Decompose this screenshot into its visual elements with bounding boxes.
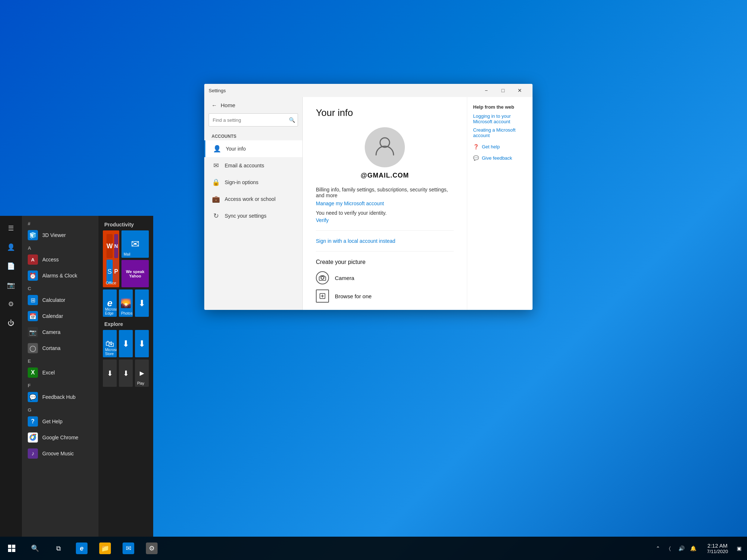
- app-google-chrome[interactable]: Google Chrome: [22, 429, 98, 446]
- app-get-help[interactable]: ? Get Help: [22, 413, 98, 429]
- tile-yahoo[interactable]: We speakYahoo: [121, 260, 149, 287]
- app-3d-viewer[interactable]: 🧊 3D Viewer: [22, 227, 98, 243]
- nav-email-accounts[interactable]: ✉ Email & accounts: [204, 157, 302, 174]
- tile-photos[interactable]: 🌄 Photos: [119, 289, 133, 317]
- office-onenote-icon: N: [114, 234, 118, 258]
- tiles-row-3: 🛍 Microsoft Store ⬇ ⬇: [103, 330, 149, 357]
- tile-app-2[interactable]: ⬇: [119, 359, 133, 387]
- start-button[interactable]: [0, 537, 23, 560]
- task-view-button[interactable]: ⧉: [47, 537, 70, 560]
- documents-icon[interactable]: 📄: [0, 257, 22, 276]
- taskbar-mail[interactable]: ✉: [117, 537, 140, 560]
- work-school-label: Access work or school: [225, 196, 275, 202]
- app-alarms-clock[interactable]: ⏰ Alarms & Clock: [22, 268, 98, 284]
- app-camera[interactable]: 📷 Camera: [22, 324, 98, 340]
- taskbar-search[interactable]: 🔍: [23, 537, 47, 560]
- settings-search-container: 🔍: [209, 113, 298, 127]
- app-access[interactable]: A Access: [22, 252, 98, 268]
- browse-option[interactable]: Browse for one: [316, 289, 454, 303]
- tile-download-2[interactable]: ⬇: [119, 330, 133, 357]
- nav-your-info[interactable]: 👤 Your info: [204, 140, 302, 157]
- app-icon-calculator: ⊞: [28, 295, 38, 305]
- svg-rect-5: [8, 545, 11, 548]
- nav-sync[interactable]: ↻ Sync your settings: [204, 207, 302, 224]
- nav-sign-in[interactable]: 🔒 Sign-in options: [204, 174, 302, 191]
- verify-link[interactable]: Verify: [316, 217, 454, 223]
- settings-sidebar-icon[interactable]: ⚙: [0, 295, 22, 314]
- pictures-icon[interactable]: 📷: [0, 276, 22, 295]
- start-left-sidebar: ☰ 👤 📄 📷 ⚙ ⏻: [0, 216, 22, 537]
- tile-office[interactable]: W N S P Office: [103, 230, 119, 287]
- minimize-button[interactable]: −: [478, 84, 495, 97]
- explorer-taskbar-icon: 📁: [99, 542, 111, 554]
- play-tile-label: Play: [137, 381, 144, 385]
- home-nav-item[interactable]: ← Home: [204, 97, 302, 113]
- app-cortana[interactable]: ◯ Cortana: [22, 340, 98, 356]
- mail-tile-label: Mail: [124, 252, 130, 256]
- manage-account-link[interactable]: Manage my Microsoft account: [316, 201, 454, 206]
- taskbar-settings[interactable]: ⚙: [140, 537, 163, 560]
- app-label-cortana: Cortana: [42, 345, 61, 351]
- taskbar-edge[interactable]: e: [70, 537, 93, 560]
- sign-in-icon: 🔒: [212, 178, 220, 186]
- window-title: Settings: [209, 88, 478, 93]
- notification-icon[interactable]: 🔔: [688, 543, 698, 553]
- letter-a: A: [22, 243, 98, 252]
- local-account-link[interactable]: Sign in with a local account instead: [316, 238, 454, 244]
- settings-window: Settings − □ ✕ ← Home 🔍: [204, 84, 533, 310]
- tile-app-1[interactable]: ⬇: [103, 359, 117, 387]
- power-icon[interactable]: ⏻: [0, 314, 22, 332]
- tile-mail[interactable]: ✉ Mail: [121, 230, 149, 258]
- tile-download-3[interactable]: ⬇: [135, 330, 149, 357]
- get-help-action[interactable]: ❓ Get help: [473, 144, 527, 149]
- help-link-1[interactable]: Logging in to your Microsoft account: [473, 113, 527, 124]
- close-button[interactable]: ✕: [511, 84, 528, 97]
- sign-in-label: Sign-in options: [225, 179, 259, 185]
- app-groove-music[interactable]: ♪ Groove Music: [22, 446, 98, 462]
- taskbar-file-explorer[interactable]: 📁: [93, 537, 117, 560]
- tiles-row-2: e Microsoft Edge 🌄 Photos ⬇: [103, 289, 149, 317]
- system-tray: ⌃ 〈 🔊 🔔 2:12 AM 7/11/2020 ▣: [653, 542, 747, 554]
- action-center-icon[interactable]: ▣: [734, 543, 744, 553]
- letter-c: C: [22, 284, 98, 292]
- systray-icons: ⌃ 〈 🔊 🔔: [653, 543, 698, 553]
- camera-option[interactable]: Camera: [316, 271, 454, 284]
- app-label-3d-viewer: 3D Viewer: [42, 232, 66, 238]
- store-tile-icon: 🛍: [105, 339, 114, 349]
- give-feedback-action[interactable]: 💬 Give feedback: [473, 155, 527, 161]
- office-word-icon: W: [107, 234, 113, 258]
- maximize-button[interactable]: □: [495, 84, 511, 97]
- app-feedback-hub[interactable]: 💬 Feedback Hub: [22, 389, 98, 405]
- tile-play[interactable]: ▶ Play: [135, 359, 149, 387]
- help-link-2[interactable]: Creating a Microsoft account: [473, 127, 527, 138]
- nav-work-school[interactable]: 💼 Access work or school: [204, 191, 302, 207]
- app-icon-chrome: [28, 432, 38, 443]
- your-info-icon: 👤: [213, 145, 221, 153]
- settings-search-input[interactable]: [209, 113, 298, 127]
- tile-edge[interactable]: e Microsoft Edge: [103, 289, 117, 317]
- user-sidebar-icon[interactable]: 👤: [0, 238, 22, 257]
- volume-icon[interactable]: 🔊: [676, 543, 686, 553]
- notification-chevron[interactable]: ⌃: [653, 543, 663, 553]
- window-controls: − □ ✕: [478, 84, 528, 97]
- your-info-label: Your info: [226, 146, 246, 152]
- app-calendar[interactable]: 📅 Calendar: [22, 308, 98, 324]
- mail-taskbar-icon: ✉: [123, 542, 134, 554]
- app-calculator[interactable]: ⊞ Calculator: [22, 292, 98, 308]
- work-school-icon: 💼: [212, 195, 220, 203]
- tiles-col-right: ✉ Mail We speakYahoo: [121, 230, 149, 287]
- hamburger-button[interactable]: ☰: [0, 219, 22, 238]
- explore-label: Explore: [103, 321, 149, 327]
- clock[interactable]: 2:12 AM 7/11/2020: [703, 542, 732, 554]
- app-excel[interactable]: X Excel: [22, 365, 98, 381]
- letter-e: E: [22, 356, 98, 365]
- store-tile-label: Microsoft Store: [105, 348, 117, 356]
- tile-download-1[interactable]: ⬇: [135, 289, 149, 317]
- app-icon-excel: X: [28, 368, 38, 378]
- page-title: Your info: [316, 107, 454, 118]
- tile-store[interactable]: 🛍 Microsoft Store: [103, 330, 117, 357]
- network-icon[interactable]: 〈: [665, 543, 675, 553]
- photos-tile-icon: 🌄: [120, 298, 131, 308]
- start-menu: ☰ 👤 📄 📷 ⚙ ⏻ # 🧊 3D Viewer A A Access ⏰ A…: [0, 216, 153, 537]
- camera-label: Camera: [335, 275, 354, 281]
